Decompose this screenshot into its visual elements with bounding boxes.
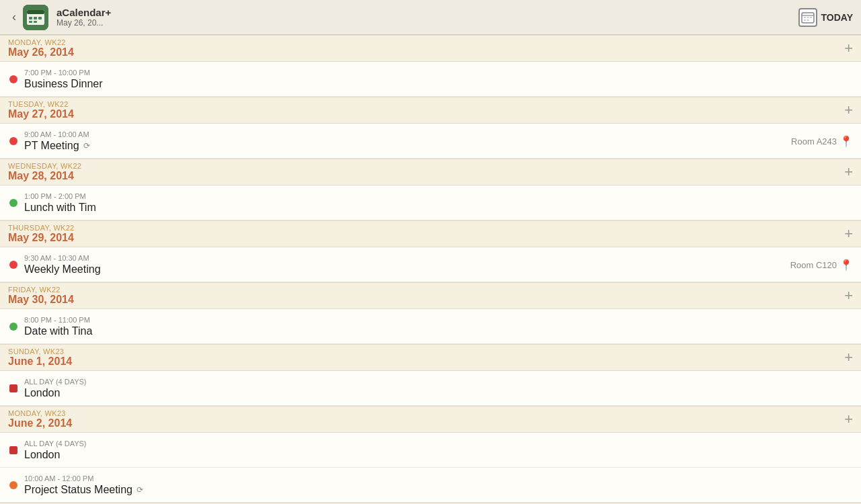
day-header-wed-may28: WEDNESDAY, WK22May 28, 2014+ [0, 159, 861, 185]
event-name-text: Date with Tina [24, 325, 92, 337]
event-color-dot [9, 481, 17, 489]
day-label: WEDNESDAY, WK22 [8, 162, 81, 170]
event-name-text: Project Status Meeting [24, 484, 133, 496]
event-name-text: London [24, 449, 60, 461]
svg-rect-3 [29, 17, 32, 19]
svg-rect-6 [29, 21, 32, 23]
event-item[interactable]: ALL DAY (4 DAYS)London [0, 371, 861, 406]
event-name: Date with Tina [24, 325, 853, 337]
event-time: 9:00 AM - 10:00 AM [24, 130, 853, 138]
day-header-text-mon-may26: MONDAY, WK22May 26, 2014 [8, 38, 74, 58]
svg-rect-12 [810, 17, 812, 18]
day-header-text-fri-may30: FRIDAY, WK22May 30, 2014 [8, 286, 74, 306]
app-header: ‹ aCalendar+ May 26, 20... [0, 0, 861, 35]
event-item[interactable]: ALL DAY (4 DAYS)London [0, 433, 861, 468]
day-date: May 28, 2014 [8, 170, 81, 182]
add-event-button[interactable]: + [844, 103, 853, 118]
day-header-mon-jun2: MONDAY, WK23June 2, 2014+ [0, 406, 861, 433]
add-event-button[interactable]: + [844, 412, 853, 427]
day-header-text-wed-may28: WEDNESDAY, WK22May 28, 2014 [8, 162, 81, 182]
event-item[interactable]: 9:00 AM - 10:00 AMPT Meeting⟳Room A243📍 [0, 124, 861, 159]
svg-rect-13 [804, 19, 806, 21]
event-color-dot [9, 446, 17, 454]
event-name-text: London [24, 387, 60, 399]
app-current-date: May 26, 20... [57, 18, 111, 28]
event-allday-label: ALL DAY (4 DAYS) [24, 378, 853, 386]
add-event-button[interactable]: + [844, 350, 853, 365]
event-color-dot [9, 261, 17, 269]
event-item[interactable]: 10:00 AM - 12:00 PMProject Status Meetin… [0, 468, 861, 503]
add-event-button[interactable]: + [844, 288, 853, 303]
today-button[interactable]: TODAY [798, 8, 853, 27]
event-name-text: Lunch with Tim [24, 202, 96, 214]
svg-rect-10 [804, 17, 806, 18]
location-pin-icon: 📍 [839, 258, 853, 271]
event-time: 10:00 AM - 12:00 PM [24, 474, 853, 482]
day-label: TUESDAY, WK22 [8, 100, 74, 108]
event-color-dot [9, 384, 17, 392]
nav-back-button[interactable]: ‹ [8, 10, 20, 24]
location-pin-icon: 📍 [839, 134, 853, 147]
day-header-text-mon-jun2: MONDAY, WK23June 2, 2014 [8, 409, 72, 429]
day-date: May 26, 2014 [8, 46, 74, 58]
add-event-button[interactable]: + [844, 165, 853, 179]
svg-rect-11 [807, 17, 809, 18]
recurring-icon: ⟳ [83, 141, 90, 151]
svg-rect-4 [34, 17, 37, 19]
add-event-button[interactable]: + [844, 226, 853, 241]
event-color-dot [9, 75, 17, 83]
day-label: THURSDAY, WK22 [8, 224, 75, 232]
event-name: Lunch with Tim [24, 202, 853, 214]
add-event-button[interactable]: + [844, 41, 853, 56]
day-date: May 29, 2014 [8, 232, 75, 244]
app-icon [23, 5, 48, 30]
svg-rect-14 [807, 19, 809, 21]
app-name: aCalendar+ [57, 7, 111, 18]
recurring-icon: ⟳ [137, 485, 143, 495]
day-label: MONDAY, WK23 [8, 409, 72, 417]
event-time: 9:30 AM - 10:30 AM [24, 254, 853, 262]
day-header-tue-may27: TUESDAY, WK22May 27, 2014+ [0, 97, 861, 124]
calendar-grid-icon [798, 8, 817, 27]
event-name: Project Status Meeting⟳ [24, 484, 853, 496]
calendar-list: MONDAY, WK22May 26, 2014+7:00 PM - 10:00… [0, 35, 861, 504]
day-label: SUNDAY, WK23 [8, 347, 72, 355]
event-time: 7:00 PM - 10:00 PM [24, 69, 853, 77]
event-name: PT Meeting⟳ [24, 140, 853, 152]
event-name: London [24, 387, 853, 399]
day-header-text-sun-jun1: SUNDAY, WK23June 1, 2014 [8, 347, 72, 368]
day-header-fri-may30: FRIDAY, WK22May 30, 2014+ [0, 282, 861, 309]
event-name-text: PT Meeting [24, 140, 79, 152]
app-title-block: aCalendar+ May 26, 20... [57, 7, 111, 28]
event-item[interactable]: 8:00 PM - 11:00 PMDate with Tina [0, 309, 861, 344]
event-name-text: Weekly Meeting [24, 263, 101, 276]
event-color-dot [9, 323, 17, 331]
event-name: London [24, 449, 853, 461]
event-item[interactable]: 7:00 PM - 10:00 PMBusiness Dinner [0, 62, 861, 97]
header-left: ‹ aCalendar+ May 26, 20... [8, 5, 111, 30]
event-time: 1:00 PM - 2:00 PM [24, 192, 853, 200]
day-date: May 27, 2014 [8, 108, 74, 120]
event-location: Room A243📍 [791, 134, 853, 147]
day-header-sun-jun1: SUNDAY, WK23June 1, 2014+ [0, 344, 861, 371]
event-item[interactable]: 1:00 PM - 2:00 PMLunch with Tim [0, 185, 861, 220]
day-label: MONDAY, WK22 [8, 38, 74, 46]
day-header-thu-may29: THURSDAY, WK22May 29, 2014+ [0, 220, 861, 247]
day-header-text-thu-may29: THURSDAY, WK22May 29, 2014 [8, 224, 75, 244]
svg-rect-2 [27, 10, 44, 14]
event-color-dot [9, 199, 17, 207]
day-date: May 30, 2014 [8, 294, 74, 306]
event-location-text: Room C120 [790, 259, 837, 269]
event-location-text: Room A243 [791, 136, 837, 146]
day-date: June 2, 2014 [8, 417, 72, 429]
svg-rect-5 [38, 17, 42, 19]
today-label: TODAY [821, 12, 853, 23]
day-header-mon-may26: MONDAY, WK22May 26, 2014+ [0, 35, 861, 62]
event-name-text: Business Dinner [24, 78, 103, 90]
day-header-text-tue-may27: TUESDAY, WK22May 27, 2014 [8, 100, 74, 120]
header-right: TODAY [798, 8, 853, 27]
event-item[interactable]: 9:30 AM - 10:30 AMWeekly MeetingRoom C12… [0, 247, 861, 282]
event-color-dot [9, 137, 17, 145]
day-date: June 1, 2014 [8, 355, 72, 368]
event-time: 8:00 PM - 11:00 PM [24, 316, 853, 324]
